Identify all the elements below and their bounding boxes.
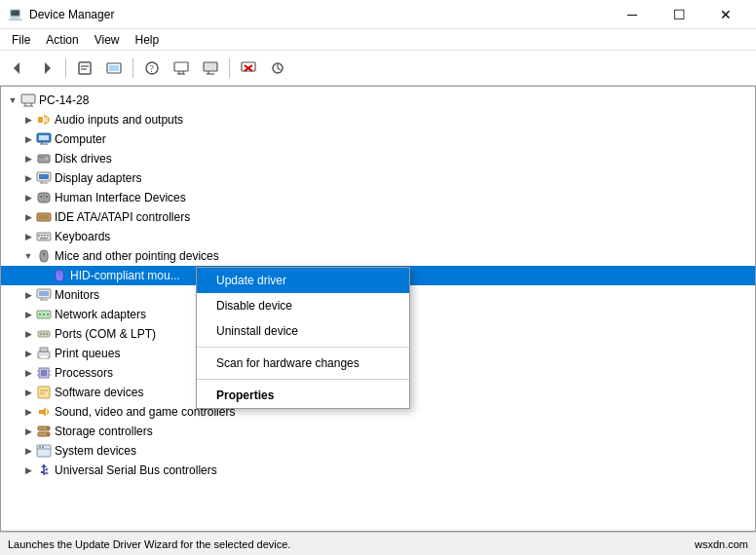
- svg-rect-70: [41, 370, 47, 376]
- svg-rect-43: [37, 233, 51, 240]
- svg-rect-68: [40, 355, 48, 358]
- tree-item-display[interactable]: ▶ Display adapters: [1, 168, 755, 188]
- expand-print[interactable]: ▶: [20, 346, 36, 361]
- expand-system[interactable]: ▶: [20, 443, 36, 459]
- keyboard-icon: [36, 229, 52, 244]
- svg-rect-67: [40, 348, 48, 352]
- expand-computer[interactable]: ▶: [20, 131, 36, 147]
- display-icon: [36, 170, 52, 186]
- svg-rect-26: [39, 135, 49, 140]
- title-bar: 💻 Device Manager ─ ☐ ✕: [0, 0, 756, 29]
- ide-icon: [36, 209, 52, 225]
- tree-label-mice: Mice and other pointing devices: [55, 249, 219, 263]
- toolbar-remove[interactable]: [235, 55, 262, 82]
- title-bar-controls: ─ ☐ ✕: [610, 0, 748, 29]
- expand-audio[interactable]: ▶: [20, 112, 36, 128]
- svg-rect-33: [39, 174, 49, 179]
- tree-label-keyboard: Keyboards: [55, 230, 110, 243]
- expand-ports[interactable]: ▶: [20, 326, 36, 342]
- title-bar-left: 💻 Device Manager: [8, 7, 114, 22]
- tree-item-storage[interactable]: ▶ Storage controllers: [1, 422, 755, 441]
- tree-item-audio[interactable]: ▶ Audio inputs and outputs: [1, 110, 755, 130]
- toolbar-update-driver[interactable]: [100, 55, 128, 82]
- toolbar-properties[interactable]: [71, 55, 98, 82]
- tree-label-monitors: Monitors: [55, 288, 99, 302]
- expand-usb[interactable]: ▶: [20, 462, 36, 478]
- expand-sound[interactable]: ▶: [20, 404, 36, 420]
- expand-network[interactable]: ▶: [20, 307, 36, 322]
- svg-marker-0: [14, 62, 19, 74]
- expand-hid-mouse[interactable]: [36, 268, 52, 283]
- svg-rect-9: [174, 62, 188, 71]
- tree-label-ide: IDE ATA/ATAPI controllers: [55, 210, 190, 224]
- expand-display[interactable]: ▶: [20, 170, 36, 186]
- expand-ide[interactable]: ▶: [20, 209, 36, 225]
- tree-item-disk[interactable]: ▶ Disk drives: [1, 149, 755, 168]
- close-button[interactable]: ✕: [703, 0, 748, 29]
- menu-help[interactable]: Help: [128, 31, 168, 49]
- disk-icon: [36, 151, 52, 166]
- svg-rect-13: [204, 62, 217, 71]
- expand-processors[interactable]: ▶: [20, 365, 36, 381]
- tree-label-disk: Disk drives: [55, 152, 112, 166]
- svg-text:?: ?: [150, 63, 155, 74]
- expand-mice[interactable]: ▼: [20, 248, 36, 264]
- status-right: wsxdn.com: [695, 538, 748, 550]
- hid-mouse-icon: [52, 268, 67, 283]
- svg-rect-31: [39, 157, 45, 158]
- svg-marker-1: [45, 62, 51, 74]
- ctx-disable-device[interactable]: Disable device: [197, 293, 409, 318]
- tree-label-audio: Audio inputs and outputs: [55, 113, 183, 127]
- computer-icon: [20, 92, 36, 108]
- ctx-update-driver[interactable]: Update driver: [197, 268, 409, 293]
- expand-storage[interactable]: ▶: [20, 424, 36, 439]
- expand-software[interactable]: ▶: [20, 385, 36, 400]
- expand-disk[interactable]: ▶: [20, 151, 36, 166]
- tree-item-ide[interactable]: ▶ IDE ATA/ATAPI controllers: [1, 207, 755, 227]
- ctx-uninstall-device[interactable]: Uninstall device: [197, 318, 409, 344]
- expand-hid[interactable]: ▶: [20, 190, 36, 205]
- tree-item-mice[interactable]: ▼ Mice and other pointing devices: [1, 246, 755, 266]
- maximize-button[interactable]: ☐: [657, 0, 701, 29]
- toolbar-sep2: [132, 58, 133, 78]
- menu-bar: File Action View Help: [0, 29, 756, 51]
- tree-root[interactable]: ▼ PC-14-28: [1, 91, 755, 110]
- ctx-sep1: [197, 347, 409, 348]
- expand-root[interactable]: ▼: [5, 92, 20, 108]
- svg-rect-20: [21, 94, 35, 103]
- svg-point-81: [47, 427, 49, 429]
- ctx-scan-hardware[interactable]: Scan for hardware changes: [197, 351, 409, 376]
- storage-icon: [36, 424, 52, 439]
- tree-item-hid[interactable]: ▶ Human Interface Devices: [1, 188, 755, 207]
- menu-file[interactable]: File: [4, 31, 38, 49]
- tree-item-computer[interactable]: ▶ Computer: [1, 130, 755, 149]
- toolbar-display1[interactable]: [168, 55, 195, 82]
- menu-action[interactable]: Action: [38, 31, 86, 49]
- expand-keyboard[interactable]: ▶: [20, 229, 36, 244]
- toolbar-back[interactable]: [4, 55, 31, 82]
- tree-label-usb: Universal Serial Bus controllers: [55, 463, 217, 477]
- minimize-button[interactable]: ─: [610, 0, 655, 29]
- toolbar-forward[interactable]: [33, 55, 60, 82]
- toolbar-display2[interactable]: [197, 55, 224, 82]
- toolbar-scan[interactable]: [264, 55, 291, 82]
- system-icon: [36, 443, 52, 459]
- toolbar: ?: [0, 51, 756, 86]
- ports-icon: [36, 326, 52, 342]
- tree-item-keyboard[interactable]: ▶ Keyboards: [1, 227, 755, 246]
- tree-item-system[interactable]: ▶ System devices: [1, 441, 755, 461]
- expand-monitors[interactable]: ▶: [20, 287, 36, 303]
- tree-item-usb[interactable]: ▶ Universal Serial Bus controllers: [1, 461, 755, 480]
- svg-rect-85: [39, 446, 41, 448]
- app-icon: 💻: [8, 7, 23, 22]
- ctx-properties[interactable]: Properties: [197, 383, 409, 408]
- mice-icon: [36, 248, 52, 264]
- svg-rect-46: [44, 235, 46, 237]
- tree-label-display: Display adapters: [55, 171, 141, 185]
- svg-point-63: [40, 333, 42, 335]
- svg-point-64: [43, 333, 45, 335]
- toolbar-help[interactable]: ?: [138, 55, 166, 82]
- window-title: Device Manager: [29, 8, 114, 21]
- svg-point-38: [40, 196, 42, 198]
- menu-view[interactable]: View: [87, 31, 128, 49]
